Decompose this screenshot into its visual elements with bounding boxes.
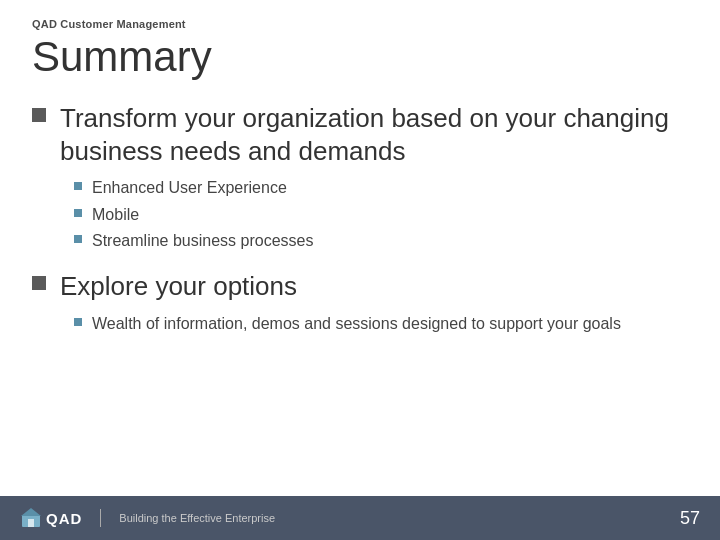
bullet-square-icon: [32, 276, 46, 290]
footer-divider: [100, 509, 101, 527]
bullet-main-2: Explore your options: [32, 270, 688, 303]
qad-logo: QAD: [20, 507, 82, 529]
sub-bullets-1: Enhanced User Experience Mobile Streamli…: [74, 177, 688, 252]
bullet-main-1: Transform your organization based on you…: [32, 102, 688, 167]
sub-bullet-item: Enhanced User Experience: [74, 177, 688, 199]
sub-bullet-text-1-2: Mobile: [92, 204, 139, 226]
footer-left: QAD Building the Effective Enterprise: [20, 507, 275, 529]
sub-bullet-square-icon: [74, 318, 82, 326]
slide-title: Summary: [32, 34, 688, 80]
sub-bullet-square-icon: [74, 235, 82, 243]
qad-logo-text: QAD: [46, 510, 82, 527]
sub-bullet-square-icon: [74, 209, 82, 217]
bullet-section-1: Transform your organization based on you…: [32, 102, 688, 252]
svg-marker-1: [21, 508, 41, 516]
sub-bullet-text-1-3: Streamline business processes: [92, 230, 313, 252]
sub-bullet-item: Wealth of information, demos and session…: [74, 313, 688, 335]
sub-bullet-item: Streamline business processes: [74, 230, 688, 252]
footer-tagline: Building the Effective Enterprise: [119, 512, 275, 524]
footer-page-number: 57: [680, 508, 700, 529]
bullet-section-2: Explore your options Wealth of informati…: [32, 270, 688, 335]
sub-bullet-square-icon: [74, 182, 82, 190]
bullet-main-text-2: Explore your options: [60, 270, 297, 303]
sub-bullet-text-1-1: Enhanced User Experience: [92, 177, 287, 199]
bullet-main-text-1: Transform your organization based on you…: [60, 102, 688, 167]
slide: QAD Customer Management Summary Transfor…: [0, 0, 720, 540]
svg-rect-2: [28, 519, 34, 527]
content-area: QAD Customer Management Summary Transfor…: [0, 0, 720, 496]
slide-subtitle: QAD Customer Management: [32, 18, 688, 30]
qad-logo-icon: [20, 507, 42, 529]
slide-footer: QAD Building the Effective Enterprise 57: [0, 496, 720, 540]
sub-bullet-text-2-1: Wealth of information, demos and session…: [92, 313, 621, 335]
sub-bullet-item: Mobile: [74, 204, 688, 226]
sub-bullets-2: Wealth of information, demos and session…: [74, 313, 688, 335]
bullet-square-icon: [32, 108, 46, 122]
